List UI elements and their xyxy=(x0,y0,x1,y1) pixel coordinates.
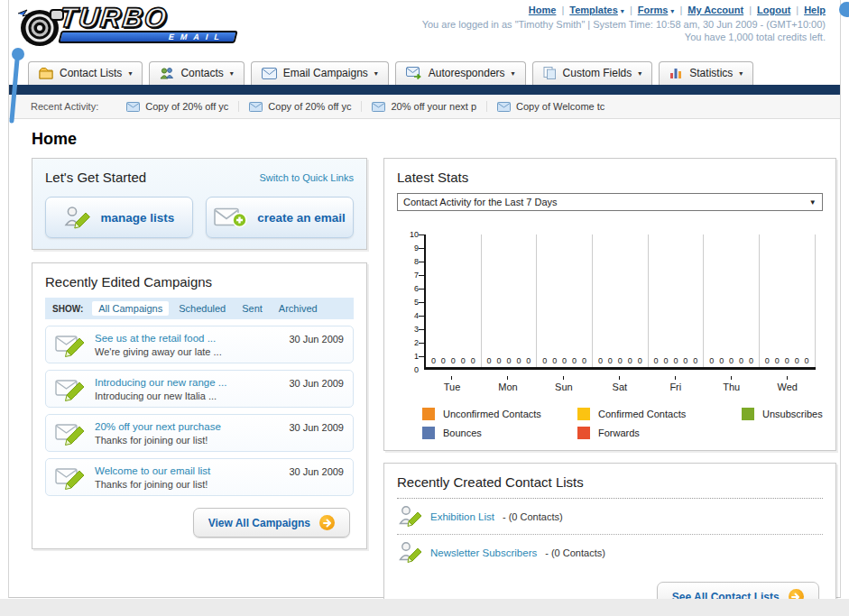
campaign-date: 30 Jun 2009 xyxy=(289,378,344,389)
bar-value-label: 0 xyxy=(775,356,780,365)
campaign-item[interactable]: Introducing our new range ... Introducin… xyxy=(45,370,354,408)
bar-value-label: 0 xyxy=(431,356,436,365)
envelope-pencil-icon xyxy=(55,376,86,401)
nav-link-my-account[interactable]: My Account xyxy=(688,5,743,15)
mail-icon xyxy=(126,102,140,112)
tab-contacts[interactable]: Contacts▾ xyxy=(149,61,244,85)
campaign-title-link[interactable]: 20% off your next purchase xyxy=(95,421,280,432)
x-axis-label: Wed xyxy=(760,376,816,392)
campaign-filter-tabs: All CampaignsScheduledSentArchived xyxy=(92,301,323,316)
recent-activity-label: Recent Activity: xyxy=(31,101,98,112)
stats-period-select[interactable]: Contact Activity for the Last 7 Days ▼ xyxy=(397,193,823,211)
legend-swatch xyxy=(422,427,435,439)
bar-value-labels: 00000 xyxy=(593,356,648,365)
mail-icon xyxy=(497,102,511,112)
contact-list-item[interactable]: Newsletter Subscribers - (0 Contacts) xyxy=(397,535,823,570)
envelope-plus-icon xyxy=(214,207,247,228)
y-tick xyxy=(419,262,424,262)
arrow-right-icon xyxy=(319,515,335,530)
activity-item[interactable]: Copy of 20% off yc xyxy=(116,101,239,112)
contact-list-link[interactable]: Newsletter Subscribers xyxy=(430,547,537,558)
y-tick xyxy=(419,289,424,290)
envelope-pencil-icon xyxy=(55,420,86,446)
nav-link-logout[interactable]: Logout xyxy=(757,5,790,15)
page: TURBO EMAIL Home|Templates▾|Forms▾|My Ac… xyxy=(8,0,841,598)
tab-email-campaigns[interactable]: Email Campaigns▾ xyxy=(251,61,389,85)
bar-value-label: 0 xyxy=(719,356,724,365)
activity-item[interactable]: Copy of Welcome tc xyxy=(487,101,614,112)
view-all-campaigns-button[interactable]: View All Campaigns xyxy=(193,508,350,538)
help-bubble-icon[interactable] xyxy=(839,2,849,17)
y-axis-label: 10 xyxy=(397,230,419,239)
chart-group: 00000 xyxy=(482,234,538,367)
campaign-title-link[interactable]: See us at the retail food ... xyxy=(95,333,280,344)
logo: TURBO EMAIL xyxy=(14,5,236,50)
nav-link-forms[interactable]: Forms▾ xyxy=(638,5,675,15)
campaign-subtitle: We're giving away our late ... xyxy=(95,346,280,357)
chart-group: 00000 xyxy=(704,234,760,367)
person-pencil-icon xyxy=(64,205,91,230)
x-axis-label: Sat xyxy=(592,376,648,392)
campaign-item[interactable]: See us at the retail food ... We're givi… xyxy=(45,326,354,363)
filter-tab-sent[interactable]: Sent xyxy=(235,301,269,316)
chart-group: 00000 xyxy=(426,234,482,367)
y-axis-label: 2 xyxy=(397,338,419,347)
bar-value-label: 0 xyxy=(526,356,531,365)
bar-value-label: 0 xyxy=(673,356,678,365)
statistics-icon xyxy=(669,67,683,79)
bar-value-label: 0 xyxy=(785,356,789,365)
bar-value-label: 0 xyxy=(739,356,743,365)
nav-link-home[interactable]: Home xyxy=(529,5,557,15)
custom-fields-icon xyxy=(543,67,557,79)
mail-icon xyxy=(249,102,263,112)
activity-item[interactable]: Copy of 20% off yc xyxy=(239,101,362,112)
switch-quick-links-link[interactable]: Switch to Quick Links xyxy=(259,172,354,183)
tab-statistics[interactable]: Statistics▾ xyxy=(659,61,753,85)
activity-item-label: Copy of Welcome tc xyxy=(516,101,604,112)
filter-tab-scheduled[interactable]: Scheduled xyxy=(172,301,232,316)
campaign-item[interactable]: 20% off your next purchase Thanks for jo… xyxy=(45,414,354,452)
legend-label: Unsubscribes xyxy=(762,409,823,419)
recent-activity-items: Copy of 20% off ycCopy of 20% off yc20% … xyxy=(116,101,614,112)
tab-autoresponders[interactable]: Autoresponders▾ xyxy=(395,61,526,85)
contact-list-item[interactable]: Exhibition List - (0 Contacts) xyxy=(397,499,823,535)
campaign-item[interactable]: Welcome to our email list Thanks for joi… xyxy=(45,458,354,496)
manage-lists-button[interactable]: manage lists xyxy=(45,197,193,238)
legend-label: Confirmed Contacts xyxy=(598,409,686,419)
chart-plot-area: 00000000000000000000000000000000000 xyxy=(424,234,816,370)
campaign-title-link[interactable]: Introducing our new range ... xyxy=(95,377,280,388)
footer xyxy=(0,599,849,616)
create-email-button[interactable]: create an email xyxy=(206,197,354,238)
bar-value-label: 0 xyxy=(451,356,456,365)
separator: | xyxy=(674,5,688,15)
campaign-title-link[interactable]: Welcome to our email list xyxy=(95,465,280,476)
get-started-panel: Let's Get Started Switch to Quick Links … xyxy=(32,158,367,250)
y-tick xyxy=(419,329,424,330)
nav-link-help[interactable]: Help xyxy=(804,5,826,15)
chevron-down-icon: ▾ xyxy=(739,69,743,78)
envelope-pencil-icon xyxy=(55,332,86,357)
y-tick xyxy=(419,356,424,357)
chart-group: 00000 xyxy=(760,234,816,367)
tab-contact-lists[interactable]: Contact Lists▾ xyxy=(28,61,143,85)
nav-link-templates[interactable]: Templates▾ xyxy=(569,5,624,15)
filter-tab-archived[interactable]: Archived xyxy=(272,301,324,316)
legend-item: Forwards xyxy=(577,427,742,439)
main-nav: Contact Lists▾Contacts▾Email Campaigns▾A… xyxy=(9,58,840,85)
chart-group: 00000 xyxy=(593,234,649,367)
chevron-down-icon: ▾ xyxy=(638,69,641,78)
activity-item[interactable]: 20% off your next p xyxy=(362,101,487,112)
activity-item-label: 20% off your next p xyxy=(391,101,476,112)
credits-status: You have 1,000 total credits left. xyxy=(422,32,826,42)
filter-tab-all-campaigns[interactable]: All Campaigns xyxy=(92,301,169,316)
person-pencil-icon xyxy=(64,205,91,230)
contacts-icon xyxy=(160,67,174,79)
contact-list-link[interactable]: Exhibition List xyxy=(430,511,494,522)
tab-custom-fields[interactable]: Custom Fields▾ xyxy=(532,61,653,85)
bar-value-label: 0 xyxy=(749,356,753,365)
legend-label: Unconfirmed Contacts xyxy=(443,409,541,419)
bar-value-label: 0 xyxy=(765,356,770,365)
bar-value-label: 0 xyxy=(461,356,466,365)
bar-value-label: 0 xyxy=(516,356,521,365)
callout-pin-decoration xyxy=(9,47,27,124)
